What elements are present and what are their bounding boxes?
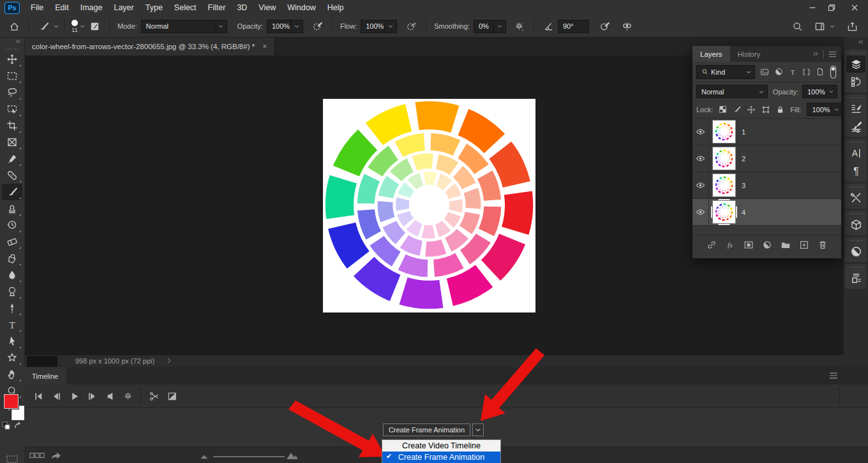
- tool-path-selection[interactable]: [2, 333, 22, 349]
- dock-character-panel-icon[interactable]: A: [846, 145, 865, 162]
- menu-item-view[interactable]: View: [253, 0, 281, 15]
- symmetry-butterfly-icon[interactable]: [618, 21, 636, 32]
- dock-brush-settings-panel-icon[interactable]: [846, 118, 865, 135]
- zoom-level-field[interactable]: [27, 356, 57, 367]
- pressure-size-icon[interactable]: [595, 21, 614, 32]
- share-icon[interactable]: [843, 21, 862, 32]
- layer-visibility-eye-icon[interactable]: [692, 199, 709, 225]
- flow-select[interactable]: 100%: [361, 20, 397, 33]
- dock-3d-panel-icon[interactable]: [846, 216, 865, 233]
- layer-thumbnail[interactable]: [713, 201, 735, 223]
- lock-position-icon[interactable]: [747, 105, 756, 114]
- fx-icon[interactable]: fx: [725, 240, 735, 250]
- tool-move[interactable]: [2, 51, 22, 68]
- menu-item-help[interactable]: Help: [322, 0, 350, 15]
- layer-row-1[interactable]: 1: [692, 119, 841, 145]
- tool-eraser[interactable]: [2, 233, 22, 250]
- layer-thumbnail[interactable]: [713, 147, 735, 170]
- zoom-in-frames-icon[interactable]: [286, 452, 299, 460]
- tool-pen[interactable]: [2, 300, 22, 316]
- tool-object-selection[interactable]: [2, 101, 22, 117]
- chevron-down-icon[interactable]: [79, 23, 86, 29]
- filter-smart-objects-icon[interactable]: [816, 67, 825, 77]
- minimize-button[interactable]: [803, 0, 822, 15]
- restore-button[interactable]: [822, 0, 841, 15]
- timeline-menu-icon[interactable]: [828, 372, 839, 379]
- dock-tool-presets-panel-icon[interactable]: [846, 189, 865, 207]
- timeline-zoom-slider[interactable]: [213, 456, 285, 457]
- layer-thumbnail[interactable]: [713, 121, 735, 143]
- airbrush-icon[interactable]: [402, 21, 421, 32]
- brush-preset-picker[interactable]: 11: [71, 20, 78, 33]
- transition-button[interactable]: [163, 388, 181, 404]
- lock-paint-icon[interactable]: [733, 105, 741, 114]
- opacity-select[interactable]: 100%: [267, 20, 303, 33]
- next-frame-button[interactable]: [83, 388, 101, 404]
- mask-icon[interactable]: [744, 240, 754, 250]
- menu-item-type[interactable]: Type: [140, 0, 168, 15]
- menu-item-edit[interactable]: Edit: [49, 0, 75, 15]
- tool-type[interactable]: T: [2, 316, 22, 333]
- smoothing-select[interactable]: 0%: [474, 20, 506, 33]
- search-icon[interactable]: [788, 21, 807, 32]
- layer-visibility-eye-icon[interactable]: [692, 145, 709, 172]
- collapse-tools-icon[interactable]: [0, 37, 24, 47]
- tool-eyedropper[interactable]: [2, 151, 22, 167]
- first-frame-button[interactable]: [29, 388, 47, 404]
- convert-to-video-timeline-icon[interactable]: [50, 450, 63, 460]
- tool-frame[interactable]: [2, 134, 22, 151]
- tool-brush[interactable]: [2, 184, 22, 200]
- layer-row-2[interactable]: 2: [692, 145, 841, 172]
- layer-opacity-select[interactable]: 100%: [802, 85, 837, 98]
- collapse-panel-icon[interactable]: [811, 50, 819, 57]
- menu-item-file[interactable]: File: [25, 0, 49, 15]
- dock-history-panel-icon[interactable]: [846, 73, 865, 91]
- lock-transparency-icon[interactable]: [719, 105, 727, 114]
- brush-angle-field[interactable]: 90°: [558, 20, 589, 33]
- layer-visibility-eye-icon[interactable]: [692, 172, 709, 198]
- previous-frame-button[interactable]: [47, 388, 65, 404]
- audio-button[interactable]: [101, 388, 119, 404]
- tool-clone-stamp[interactable]: [2, 200, 22, 217]
- collapse-dock-icon[interactable]: [844, 37, 868, 48]
- menu-item-window[interactable]: Window: [281, 0, 321, 15]
- brush-tool-icon[interactable]: [34, 21, 53, 32]
- create-animation-dropdown-button[interactable]: [472, 423, 484, 436]
- delete-icon[interactable]: [818, 240, 828, 250]
- foreground-color-swatch[interactable]: [4, 394, 19, 409]
- lock-all-icon[interactable]: [776, 105, 784, 114]
- tool-marquee[interactable]: [2, 68, 22, 84]
- create-frame-animation-button[interactable]: Create Frame Animation: [383, 423, 470, 436]
- filter-shape-layers-icon[interactable]: [802, 68, 811, 77]
- filter-pixel-layers-icon[interactable]: [760, 68, 770, 77]
- status-chevron-icon[interactable]: [166, 357, 172, 364]
- tool-healing-brush[interactable]: [2, 167, 22, 184]
- dock-layers-panel-icon[interactable]: [846, 55, 865, 73]
- pressure-opacity-icon[interactable]: [308, 21, 327, 32]
- layer-row-3[interactable]: 3: [692, 172, 841, 199]
- menu-item-3d[interactable]: 3D: [231, 0, 253, 15]
- fill-select[interactable]: 100%: [807, 103, 842, 116]
- tool-hand[interactable]: [2, 366, 22, 383]
- tool-crop[interactable]: [2, 117, 22, 134]
- tab-history[interactable]: History: [730, 46, 768, 62]
- tab-layers[interactable]: Layers: [692, 46, 730, 62]
- link-icon[interactable]: [707, 240, 717, 250]
- dock-properties-panel-icon[interactable]: [846, 270, 865, 287]
- quick-mask-icon[interactable]: [6, 455, 18, 463]
- zoom-out-frames-icon[interactable]: [199, 454, 209, 460]
- dock-paragraph-panel-icon[interactable]: ¶: [846, 163, 865, 180]
- smoothing-options-gear-icon[interactable]: [510, 21, 528, 32]
- menu-item-create-video-timeline[interactable]: Create Video Timeline: [382, 440, 500, 452]
- menu-item-select[interactable]: Select: [168, 0, 202, 15]
- workspace-icon[interactable]: [811, 21, 829, 32]
- filter-type-layers-icon[interactable]: T: [788, 68, 797, 77]
- lock-artboard-icon[interactable]: [761, 105, 770, 114]
- settings-button[interactable]: [119, 388, 137, 404]
- group-icon[interactable]: [781, 240, 791, 250]
- play-button[interactable]: [65, 388, 83, 404]
- layer-filter-toggle[interactable]: [829, 65, 837, 79]
- tool-dodge[interactable]: [2, 283, 22, 300]
- adjustment-icon[interactable]: [762, 240, 772, 250]
- tool-lasso[interactable]: [2, 84, 22, 101]
